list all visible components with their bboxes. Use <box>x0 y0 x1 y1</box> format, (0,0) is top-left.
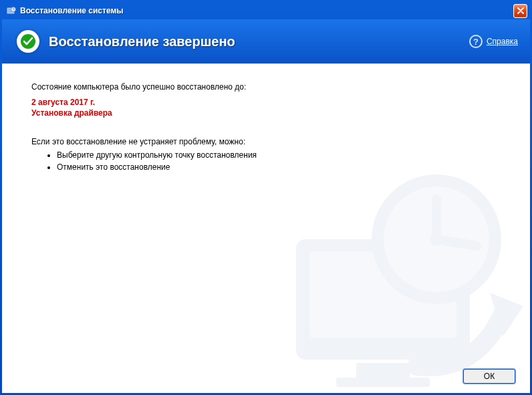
content-area: Состояние компьютера было успешно восста… <box>2 63 530 393</box>
svg-line-12 <box>436 239 477 246</box>
restore-point-name: Установка драйвера <box>31 108 501 118</box>
svg-rect-7 <box>356 363 410 378</box>
svg-rect-8 <box>336 378 430 387</box>
svg-rect-5 <box>296 239 470 360</box>
svg-rect-6 <box>309 251 456 338</box>
svg-point-9 <box>378 180 495 298</box>
restore-point-info: 2 августа 2017 г. Установка драйвера <box>31 97 501 118</box>
restored-to-label: Состояние компьютера было успешно восста… <box>31 82 501 92</box>
success-check-icon <box>17 30 39 53</box>
header-band: Восстановление завершено ? Справка <box>2 19 530 63</box>
help-icon[interactable]: ? <box>469 35 483 48</box>
close-button[interactable] <box>513 4 527 18</box>
app-icon <box>6 5 17 16</box>
advice-list: Выберите другую контрольную точку восста… <box>57 150 501 172</box>
help-link[interactable]: Справка <box>487 37 518 46</box>
advice-intro: Если это восстановление не устраняет про… <box>31 137 501 146</box>
page-title: Восстановление завершено <box>49 34 235 49</box>
footer: ОК <box>463 369 515 384</box>
svg-point-10 <box>430 233 443 246</box>
watermark-art-icon <box>249 172 530 393</box>
list-item: Выберите другую контрольную точку восста… <box>57 150 501 160</box>
titlebar: Восстановление системы <box>2 2 530 19</box>
system-restore-window: Восстановление системы Восстановление за… <box>0 0 532 395</box>
ok-button[interactable]: ОК <box>463 369 515 384</box>
list-item: Отменить это восстановление <box>57 162 501 172</box>
restore-point-date: 2 августа 2017 г. <box>31 97 501 108</box>
help-area: ? Справка <box>469 35 518 48</box>
svg-marker-13 <box>490 293 523 336</box>
window-title: Восстановление системы <box>20 6 513 15</box>
